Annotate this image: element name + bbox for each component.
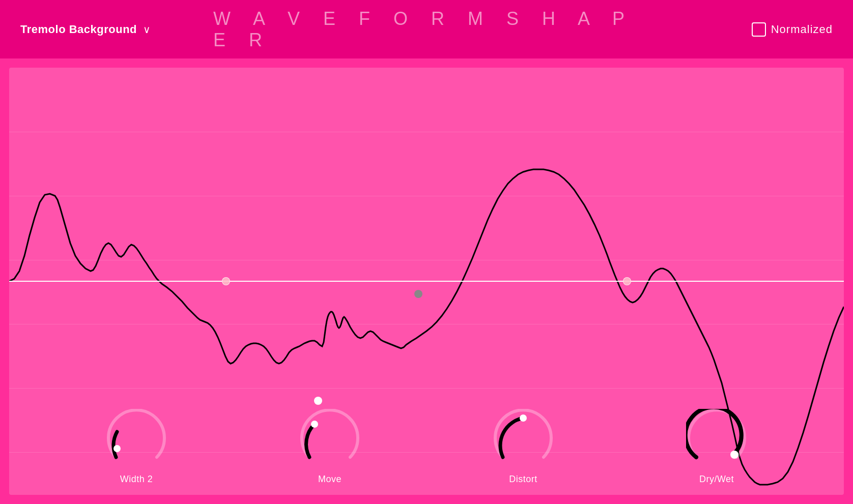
waveform-area[interactable]: Width 2 Move (9, 68, 844, 495)
header: Tremolo Background ∨ W a v e f o r m S h… (0, 0, 853, 58)
preset-selector[interactable]: Tremolo Background ∨ (20, 23, 151, 36)
svg-point-1 (311, 421, 318, 428)
knob-move-wrap[interactable] (299, 409, 360, 470)
knob-width2-wrap[interactable] (106, 409, 167, 470)
app-title: W a v e f o r m S h a p e r (213, 8, 640, 51)
svg-point-0 (113, 445, 121, 452)
center-line (9, 281, 844, 282)
normalized-checkbox[interactable] (752, 22, 766, 37)
control-point-cp4[interactable] (623, 277, 631, 285)
knob-drywet-label: Dry/Wet (699, 474, 734, 485)
knob-drywet[interactable]: Dry/Wet (686, 409, 747, 485)
knob-move-svg (299, 409, 360, 470)
knob-move-label: Move (318, 474, 342, 485)
knob-drywet-wrap[interactable] (686, 409, 747, 470)
knob-distort-label: Distort (509, 474, 537, 485)
knobs-row: Width 2 Move (9, 409, 844, 485)
knob-distort-svg (493, 409, 554, 470)
knob-move[interactable]: Move (299, 409, 360, 485)
knob-width2[interactable]: Width 2 (106, 409, 167, 485)
normalized-label: Normalized (771, 23, 833, 36)
svg-point-2 (520, 414, 527, 422)
knob-width2-label: Width 2 (120, 474, 153, 485)
preset-name: Tremolo Background (20, 23, 137, 36)
control-point-cp1[interactable] (222, 277, 230, 285)
chevron-down-icon: ∨ (143, 23, 151, 36)
control-point-cp3[interactable] (414, 290, 422, 298)
control-point-cp2[interactable] (314, 397, 322, 405)
knob-distort-wrap[interactable] (493, 409, 554, 470)
knob-drywet-svg (686, 409, 747, 470)
knob-distort[interactable]: Distort (493, 409, 554, 485)
svg-point-3 (730, 451, 738, 459)
knob-width2-svg (106, 409, 167, 470)
normalized-control[interactable]: Normalized (752, 22, 833, 37)
